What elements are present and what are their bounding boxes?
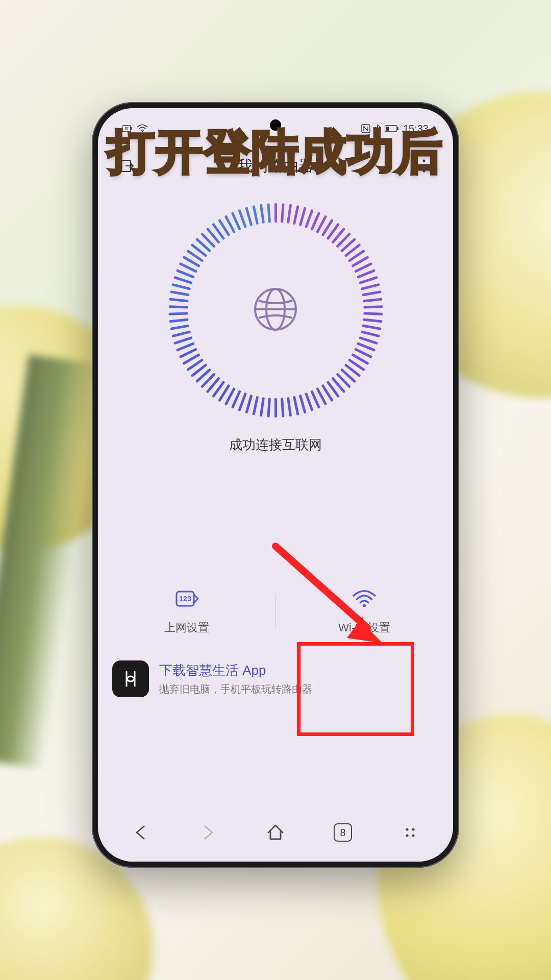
promo-subtitle: 抛弃旧电脑，手机平板玩转路由器 [159, 682, 312, 696]
status-dial [168, 203, 383, 418]
battery-left-icon: B [122, 125, 133, 132]
app-download-promo[interactable]: 下载智慧生活 App 抛弃旧电脑，手机平板玩转路由器 [98, 648, 453, 709]
phone-screen: B 15:33 [98, 108, 453, 862]
svg-rect-1 [131, 127, 132, 130]
internet-settings-icon: 123 [174, 586, 199, 611]
browser-back-button[interactable] [126, 817, 156, 848]
svg-text:B: B [125, 126, 128, 131]
svg-point-23 [412, 834, 414, 837]
browser-nav-bar: 8 [98, 811, 453, 862]
logout-button[interactable] [118, 157, 136, 175]
svg-point-22 [406, 834, 408, 837]
svg-point-10 [423, 165, 425, 167]
wifi-status-icon [137, 125, 148, 133]
promo-title: 下载智慧生活 App [159, 662, 312, 679]
tab-count: 8 [334, 823, 352, 842]
page-title: 我的路由器 [136, 156, 415, 177]
internet-settings-label: 上网设置 [164, 620, 209, 635]
svg-point-11 [423, 170, 425, 173]
camera-punch-hole [270, 119, 281, 131]
browser-forward-button[interactable] [193, 817, 223, 848]
svg-point-21 [412, 828, 414, 830]
svg-point-3 [142, 131, 143, 133]
browser-home-button[interactable] [260, 817, 291, 848]
phone-frame: B 15:33 [92, 102, 459, 868]
svg-point-20 [406, 828, 408, 830]
bluetooth-icon [374, 124, 381, 133]
svg-text:123: 123 [179, 595, 191, 603]
app-promo-icon [112, 660, 149, 697]
svg-marker-19 [347, 617, 383, 643]
svg-point-9 [423, 160, 425, 162]
annotation-arrow [265, 536, 398, 655]
app-header: 我的路由器 [98, 149, 453, 183]
browser-tabs-button[interactable]: 8 [328, 817, 358, 848]
more-options-button[interactable] [415, 157, 433, 175]
connection-status-area: 成功连接互联网 [98, 183, 453, 454]
svg-rect-7 [386, 127, 389, 131]
battery-icon [385, 125, 399, 132]
internet-settings-button[interactable]: 123 上网设置 [98, 586, 276, 635]
connection-status-text: 成功连接互联网 [229, 436, 322, 454]
svg-line-18 [276, 546, 367, 628]
svg-rect-6 [397, 127, 398, 130]
status-time: 15:33 [403, 123, 429, 135]
browser-menu-button[interactable] [395, 817, 425, 848]
nfc-icon [361, 124, 370, 133]
